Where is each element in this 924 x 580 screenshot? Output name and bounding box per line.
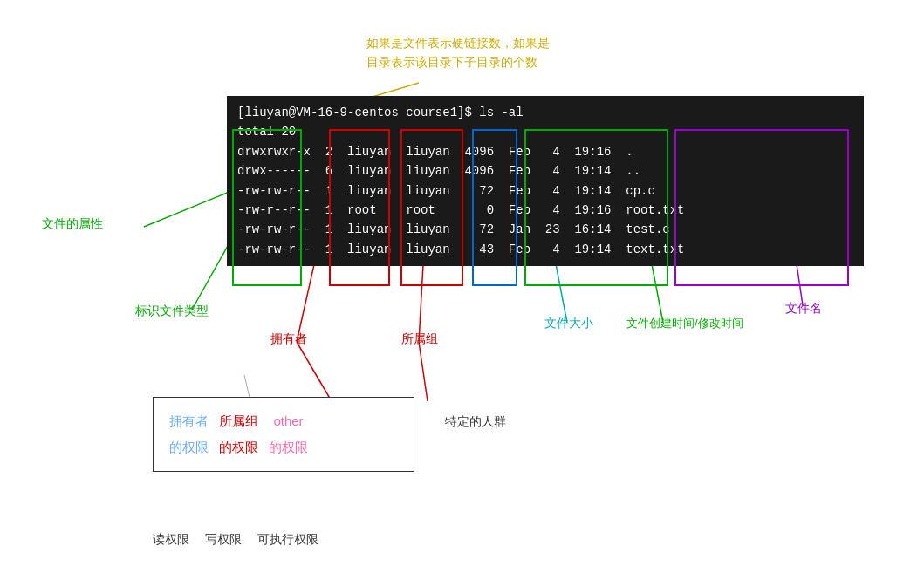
top-annotation: 如果是文件表示硬链接数，如果是 目录表示该目录下子目录的个数 xyxy=(366,33,550,72)
svg-line-1 xyxy=(144,188,240,227)
explain-group-row1: 所属组 xyxy=(219,408,258,434)
explain-group-row2: 的权限 xyxy=(219,434,258,461)
svg-line-3 xyxy=(297,342,332,401)
terminal-line-2: drwx------ 6 liuyan liuyan 4096 Feb 4 19… xyxy=(237,161,853,181)
file-type-label: 标识文件类型 xyxy=(135,304,209,319)
file-attr-label: 文件的属性 xyxy=(42,216,103,232)
terminal-line-6: -rw-rw-r-- 1 liuyan liuyan 43 Feb 4 19:1… xyxy=(237,240,853,259)
explain-other-row1: other xyxy=(269,408,308,434)
owner-annotation: 拥有者 xyxy=(270,331,307,347)
terminal-prompt: [liuyan@VM-16-9-centos course1]$ ls -al xyxy=(237,103,853,122)
size-annotation: 文件大小 xyxy=(544,316,593,331)
explain-other-row2: 的权限 xyxy=(269,434,308,461)
time-annotation: 文件创建时间/修改时间 xyxy=(626,316,743,331)
page-container: 如果是文件表示硬链接数，如果是 目录表示该目录下子目录的个数 [liuyan@V… xyxy=(0,0,924,580)
terminal-line-5: -rw-rw-r-- 1 liuyan liuyan 72 Jan 23 16:… xyxy=(237,220,853,239)
exec-perm-label: 可执行权限 xyxy=(257,532,318,548)
terminal-line-total: total 20 xyxy=(237,122,853,141)
connector-lines xyxy=(0,0,924,580)
terminal-line-4: -rw-r--r-- 1 root root 0 Feb 4 19:16 roo… xyxy=(237,201,853,220)
specific-people-label: 特定的人群 xyxy=(445,414,506,430)
group-annotation: 所属组 xyxy=(401,331,438,347)
read-perm-label: 读权限 xyxy=(153,532,189,548)
svg-line-5 xyxy=(419,342,428,401)
terminal: [liuyan@VM-16-9-centos course1]$ ls -al … xyxy=(227,96,864,266)
explain-owner-row2: 的权限 xyxy=(169,434,209,461)
terminal-line-1: drwxrwxr-x 2 liuyan liuyan 4096 Feb 4 19… xyxy=(237,142,853,161)
explain-box: 拥有者 的权限 所属组 的权限 other 的权限 xyxy=(153,397,414,472)
write-perm-label: 写权限 xyxy=(205,532,242,548)
terminal-line-3: -rw-rw-r-- 1 liuyan liuyan 72 Feb 4 19:1… xyxy=(237,181,853,201)
explain-owner-row1: 拥有者 xyxy=(169,408,209,434)
filename-annotation: 文件名 xyxy=(785,301,822,317)
